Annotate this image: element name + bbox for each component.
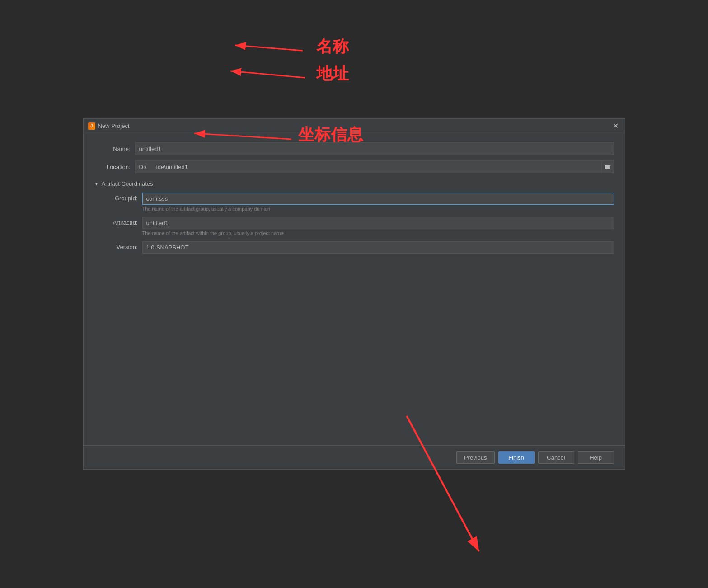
groupid-col: The name of the artifact group, usually … [142,193,614,215]
dialog-content: Name: Location: ▼ [84,133,625,445]
artifact-section-title: Artifact Coordinates [101,180,153,187]
title-bar-left: J New Project [88,122,130,130]
browse-button[interactable] [601,160,614,173]
location-row: Location: [94,160,614,173]
version-col [142,241,614,254]
version-row: Version: [102,241,614,254]
location-label: Location: [94,164,135,170]
groupid-row: GroupId: The name of the artifact group,… [102,193,614,215]
name-arrow [235,45,303,51]
groupid-input[interactable] [142,193,614,205]
artifactid-label: ArtifactId: [102,217,142,226]
window-title: New Project [98,122,130,129]
artifact-section-header[interactable]: ▼ Artifact Coordinates [94,180,614,187]
title-bar: J New Project ✕ [84,119,625,133]
previous-button[interactable]: Previous [456,451,495,464]
groupid-label: GroupId: [102,193,142,202]
version-input[interactable] [142,241,614,254]
artifactid-input[interactable] [142,217,614,229]
svg-rect-0 [605,165,610,169]
help-button[interactable]: Help [578,451,614,464]
location-input[interactable] [135,160,601,173]
close-button[interactable]: ✕ [611,122,620,131]
artifact-section: GroupId: The name of the artifact group,… [102,193,614,254]
folder-icon [605,164,611,170]
finish-button[interactable]: Finish [498,451,535,464]
artifactid-hint: The name of the artifact within the grou… [142,230,614,236]
location-chinese-label: 地址 [316,64,349,83]
version-label: Version: [102,241,142,250]
cancel-button[interactable]: Cancel [538,451,574,464]
name-chinese-label: 名称 [316,37,349,56]
artifactid-row: ArtifactId: The name of the artifact wit… [102,217,614,240]
dialog-footer: Previous Finish Cancel Help [84,445,625,469]
app-icon: J [88,122,95,130]
groupid-hint: The name of the artifact group, usually … [142,206,614,212]
name-label: Name: [94,146,135,152]
collapse-icon: ▼ [94,181,99,186]
artifactid-col: The name of the artifact within the grou… [142,217,614,240]
location-arrow [230,71,305,78]
name-row: Name: [94,142,614,155]
location-input-wrapper [135,160,614,173]
name-input[interactable] [135,142,614,155]
dialog-window: J New Project ✕ Name: Location: [83,118,625,470]
empty-space [94,255,614,436]
